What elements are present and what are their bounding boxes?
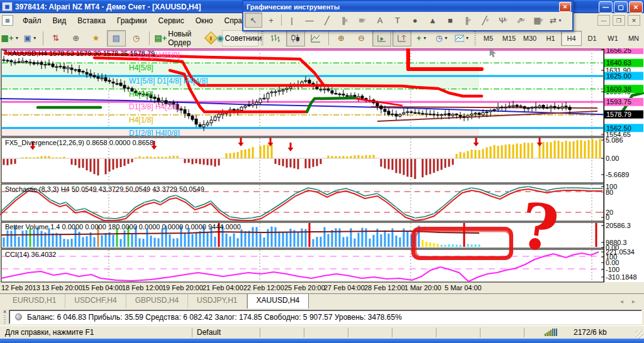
fibo-timezones-tool[interactable]: ╱F xyxy=(477,13,494,28)
triangle-tool[interactable]: ▲ xyxy=(424,13,441,28)
menu-item-2[interactable]: Вид xyxy=(47,14,72,27)
candlestick-chart-button[interactable] xyxy=(286,30,305,46)
horizontal-line-tool[interactable]: — xyxy=(301,13,318,28)
new-chart-button[interactable]: ▦+▼ xyxy=(1,30,19,46)
minimize-button[interactable]: — xyxy=(599,1,613,13)
status-help-text: Для справки, нажмите F1 xyxy=(5,328,94,337)
menu-item-1[interactable]: Файл xyxy=(17,14,47,27)
ellipse-tool[interactable]: ● xyxy=(406,13,424,28)
chart-tab-xauusd[interactable]: XAUUSD,H4 xyxy=(247,294,309,310)
crosshair-tool[interactable]: + xyxy=(262,13,280,28)
graphic-tools-titlebar[interactable]: Графические инструменты ✕ xyxy=(243,1,572,12)
chart-canvas: D1[5/8] H4[6/8]H4[5/8]W1[5/8] D1[4/8] H4… xyxy=(0,48,644,293)
new-order-icon: ▤+ xyxy=(154,33,167,43)
vertical-line-tool[interactable]: | xyxy=(283,13,301,28)
svg-text:0.00: 0.00 xyxy=(606,155,619,162)
templates-icon xyxy=(455,35,464,42)
data-window-button[interactable]: ⊕ xyxy=(67,30,86,46)
chart-shift-button[interactable] xyxy=(392,30,411,46)
market-watch-button[interactable]: ⇅ xyxy=(47,30,65,46)
rectangle-tool[interactable]: ■ xyxy=(441,13,459,28)
auto-scroll-icon xyxy=(377,34,387,43)
graphic-tools-close-icon[interactable]: ✕ xyxy=(559,2,571,12)
panel-close-icon[interactable]: ✕ xyxy=(3,309,7,315)
timeframe-w1[interactable]: W1 xyxy=(602,31,623,46)
panel-handle[interactable]: ✕ xyxy=(1,309,9,325)
bar-chart-button[interactable] xyxy=(266,30,285,46)
chart-tab-usdjpy[interactable]: USDJPY,H1 xyxy=(188,294,247,309)
close-button[interactable]: ✕ xyxy=(629,1,643,13)
timeframe-mn[interactable]: MN xyxy=(623,31,644,46)
time-axis-label: 15 Feb 04:00 xyxy=(82,284,123,291)
svg-text:H4[5/8]: H4[5/8] xyxy=(129,63,153,72)
child-close-button[interactable]: ✕ xyxy=(628,15,640,26)
templates-button[interactable]: ▼ xyxy=(453,30,472,46)
timeframe-m5[interactable]: M5 xyxy=(478,31,499,46)
timeframe-m15[interactable]: M15 xyxy=(499,31,519,46)
chart-tab-eurusd[interactable]: EURUSD,H1 xyxy=(4,294,65,309)
time-axis-label: 22 Feb 12:00 xyxy=(243,284,284,291)
fibo-expansion-tool[interactable]: ⇗F xyxy=(512,13,530,28)
bar-chart-icon xyxy=(270,34,280,43)
strategy-tester-button[interactable]: ◷ xyxy=(127,30,146,46)
ohlc-label: XAUUSD,H4 1578.53 1579.30 1578.35 1578.7… xyxy=(8,50,155,57)
cci-label: CCI(14) 36.4032 xyxy=(5,251,56,258)
chart-tab-usdchf[interactable]: USDCHF,H4 xyxy=(65,294,126,309)
time-axis-label: 19 Feb 20:00 xyxy=(162,284,203,291)
svg-text:1625.00: 1625.00 xyxy=(606,72,631,80)
svg-text:1578.79: 1578.79 xyxy=(606,111,631,118)
child-minimize-button[interactable]: — xyxy=(597,15,610,26)
menu-item-6[interactable]: Окно xyxy=(190,14,219,27)
svg-text:-100: -100 xyxy=(606,266,619,273)
time-axis-label: 5 Mar 04:00 xyxy=(445,284,482,291)
zoom-in-button[interactable]: ⊕ xyxy=(332,30,351,46)
auto-scroll-button[interactable] xyxy=(372,30,391,46)
line-chart-button[interactable] xyxy=(306,30,325,46)
indicators-button[interactable]: +▼ xyxy=(413,30,431,46)
time-axis-label: 25 Feb 20:00 xyxy=(284,284,325,291)
equidistant-channel-tool[interactable]: ∥E xyxy=(336,13,353,28)
taskbar-edge xyxy=(0,339,644,343)
cursor-tool[interactable]: ↖ xyxy=(245,13,262,28)
svg-text:H4[1/8]: H4[1/8] xyxy=(129,116,153,124)
terminal-button[interactable]: ▤ xyxy=(107,30,126,46)
navigator-button[interactable]: ★ xyxy=(87,30,106,46)
svg-text:1593.75: 1593.75 xyxy=(606,98,631,106)
candlestick-chart-icon xyxy=(291,34,301,43)
graphic-tools-title: Графические инструменты xyxy=(247,3,340,11)
menu-item-3[interactable]: Вставка xyxy=(72,14,111,27)
menu-item-4[interactable]: Графики xyxy=(111,14,153,27)
expert-advisors-button[interactable]: ◉ Советники xyxy=(222,30,258,46)
fibo-retracement-tool[interactable]: ≡F xyxy=(353,13,371,28)
tab-scroll-arrows[interactable]: ◂▸ xyxy=(620,298,644,305)
chart-tab-gbpusd[interactable]: GBPUSD,H4 xyxy=(126,294,188,309)
text-tool[interactable]: A xyxy=(371,13,389,28)
text-label-tool[interactable]: T xyxy=(389,13,406,28)
svg-text:1562.50: 1562.50 xyxy=(606,124,631,132)
svg-text:1656.25: 1656.25 xyxy=(606,48,631,54)
timeframe-m30[interactable]: M30 xyxy=(519,31,540,46)
chart-area[interactable]: D1[5/8] H4[6/8]H4[5/8]W1[5/8] D1[4/8] H4… xyxy=(0,48,644,293)
fibo-grid-tool[interactable]: ▦F xyxy=(530,13,547,28)
profiles-button[interactable]: ▣▼ xyxy=(21,30,40,46)
periods-button[interactable]: ◷▼ xyxy=(433,30,452,46)
timeframe-h4[interactable]: H4 xyxy=(561,31,582,46)
app-icon: ▦ xyxy=(2,2,13,11)
connection-signal-icon xyxy=(545,329,557,336)
new-order-button[interactable]: ▤+ Новый Ордер xyxy=(152,30,201,46)
child-restore-button[interactable]: ❐ xyxy=(613,15,625,26)
maximize-button[interactable]: ▢ xyxy=(614,1,628,13)
fibo-channel-tool[interactable]: ∥F xyxy=(459,13,477,28)
timeframe-d1[interactable]: D1 xyxy=(582,31,602,46)
status-traffic: 2172/6 kb xyxy=(574,328,607,337)
status-profile[interactable]: Default xyxy=(197,328,221,337)
resize-grip[interactable] xyxy=(635,330,643,339)
time-axis-label: 28 Feb 12:00 xyxy=(364,284,405,291)
timeframe-h1[interactable]: H1 xyxy=(540,31,561,46)
trendline-tool[interactable]: ╱ xyxy=(318,13,336,28)
pitchfork-tool[interactable]: ΨF xyxy=(494,13,512,28)
zoom-out-button[interactable]: ⊖ xyxy=(352,30,371,46)
menu-item-5[interactable]: Сервис xyxy=(153,14,190,27)
chart-document-icon: ▦ xyxy=(2,15,13,26)
arrows-tool[interactable]: ⇄▼ xyxy=(547,13,565,28)
